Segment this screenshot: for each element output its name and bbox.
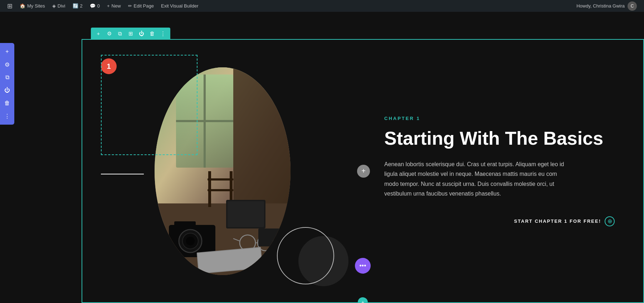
page-area: + ⚙ ⧉ ⊞ ⏻ 🗑 ⋮	[0, 12, 644, 303]
row-trash-icon: 🗑	[150, 30, 155, 37]
row-delete-btn[interactable]: 🗑	[147, 29, 157, 38]
admin-bar-right: Howdy, Christina Gwira C	[576, 1, 640, 11]
duplicate-icon: ⧉	[5, 74, 9, 81]
row-add-icon: +	[97, 30, 100, 37]
new-icon: +	[107, 3, 110, 9]
exit-builder-btn[interactable]: Exit Visual Builder	[157, 0, 202, 12]
avatar[interactable]: C	[628, 1, 637, 11]
edit-icon: ✏	[128, 3, 132, 9]
sites-icon: 🏠	[20, 3, 25, 9]
right-column: CHAPTER 1 Starting With The Basics Aenea…	[363, 40, 643, 302]
add-icon: +	[5, 48, 9, 55]
trash-icon: 🗑	[4, 100, 10, 106]
add-column-btn[interactable]: +	[357, 165, 370, 178]
my-sites-label: My Sites	[27, 3, 45, 9]
oval-image	[155, 67, 291, 275]
cta-arrow-icon: ⊕	[605, 216, 615, 226]
new-menu[interactable]: + New	[103, 0, 125, 12]
cta-label: START CHAPTER 1 FOR FREE!	[514, 218, 601, 224]
edit-page-btn[interactable]: ✏ Edit Page	[125, 0, 157, 12]
updates-count: 2	[80, 3, 83, 9]
divi-label: Divi	[58, 3, 65, 9]
row-columns-btn[interactable]: ⊞	[126, 29, 135, 38]
image-svg	[155, 67, 291, 275]
section-wrapper: + ⚙ ⧉ ⊞ ⏻ 🗑 ⋮	[82, 39, 644, 303]
row-disable-btn[interactable]: ⏻	[137, 29, 146, 38]
add-bottom-icon: +	[361, 299, 364, 303]
power-icon: ⏻	[4, 87, 10, 93]
more-icon: ⋮	[4, 113, 10, 120]
svg-line-21	[273, 239, 280, 241]
row-columns-icon: ⊞	[128, 30, 133, 37]
exit-builder-label: Exit Visual Builder	[161, 3, 199, 9]
left-toolbar: + ⚙ ⧉ ⏻ 🗑 ⋮	[0, 43, 14, 125]
svg-rect-9	[208, 189, 233, 191]
comments-count: 0	[97, 3, 100, 9]
row-duplicate-btn[interactable]: ⧉	[115, 29, 125, 38]
gear-icon: ⚙	[5, 61, 10, 68]
edit-page-label: Edit Page	[134, 3, 154, 9]
comments-icon: 💬	[90, 3, 96, 9]
main-content: + ⚙ ⧉ ⊞ ⏻ 🗑 ⋮	[0, 12, 644, 303]
comments-menu[interactable]: 💬 0	[86, 0, 103, 12]
admin-bar: ⊞ 🏠 My Sites ◈ Divi 🔄 2 💬 0 + New ✏ Edit…	[0, 0, 644, 12]
my-sites-menu[interactable]: 🏠 My Sites	[16, 0, 49, 12]
left-column: 1	[82, 40, 363, 302]
row-settings-btn[interactable]: ⚙	[104, 29, 114, 38]
chapter-number: 1	[107, 62, 111, 71]
row-gear-icon: ⚙	[107, 30, 112, 37]
chapter-label: CHAPTER 1	[384, 116, 615, 121]
decorative-white-line	[101, 174, 144, 174]
decorative-white-circle	[277, 227, 334, 284]
new-label: New	[112, 3, 121, 9]
wp-logo[interactable]: ⊞	[4, 0, 16, 12]
add-section-btn[interactable]: +	[2, 47, 12, 57]
chapter-title: Starting With The Basics	[384, 128, 615, 149]
svg-point-16	[186, 237, 195, 245]
wp-icon: ⊞	[7, 2, 13, 10]
svg-rect-11	[228, 201, 264, 227]
divi-icon: ◈	[52, 3, 56, 9]
svg-rect-8	[208, 178, 233, 181]
cta-button[interactable]: START CHAPTER 1 FOR FREE! ⊕	[384, 216, 615, 226]
chapter-number-badge: 1	[101, 58, 117, 74]
svg-rect-13	[174, 221, 196, 229]
row-toolbar: + ⚙ ⧉ ⊞ ⏻ 🗑 ⋮	[91, 28, 170, 39]
row-more-btn[interactable]: ⋮	[158, 29, 167, 38]
dots-icon: •••	[360, 262, 366, 270]
row-add-btn[interactable]: +	[94, 29, 103, 38]
row-duplicate-icon: ⧉	[118, 30, 122, 37]
chapter-body-text: Aenean lobortis scelerisque dui. Cras ut…	[384, 159, 570, 198]
updates-menu[interactable]: 🔄 2	[69, 0, 86, 12]
oval-image-inner	[155, 67, 291, 275]
row-more-icon: ⋮	[160, 30, 166, 37]
delete-btn[interactable]: 🗑	[2, 98, 12, 108]
more-options-btn[interactable]: •••	[355, 258, 371, 274]
row-power-icon: ⏻	[139, 30, 144, 37]
duplicate-btn[interactable]: ⧉	[2, 72, 12, 82]
add-col-icon: +	[361, 167, 366, 175]
updates-icon: 🔄	[73, 3, 78, 9]
divi-menu[interactable]: ◈ Divi	[49, 0, 69, 12]
settings-btn[interactable]: ⚙	[2, 59, 12, 69]
disable-btn[interactable]: ⏻	[2, 85, 12, 95]
more-btn[interactable]: ⋮	[2, 111, 12, 121]
howdy-text: Howdy, Christina Gwira	[576, 3, 625, 9]
